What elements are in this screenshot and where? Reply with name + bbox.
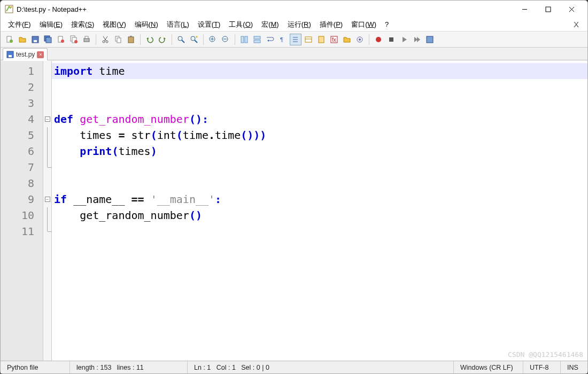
code-line[interactable]: get_random_number() [52,207,587,223]
tab-filename: test.py [16,51,35,58]
fold-cell[interactable] [43,143,51,159]
zoom-in-button[interactable] [207,34,219,45]
save-macro-button[interactable] [424,34,436,45]
svg-rect-24 [130,36,132,37]
code-line[interactable] [52,223,587,239]
fold-cell[interactable] [43,207,51,223]
code-area[interactable]: import timedef get_random_number(): time… [52,61,587,361]
copy-button[interactable] [112,34,124,45]
close-file-button[interactable] [55,34,67,45]
doc-map-button[interactable] [315,34,327,45]
code-line[interactable] [52,95,587,111]
show-all-chars-button[interactable]: ¶ [277,34,289,45]
code-line[interactable] [52,159,587,175]
menu-s[interactable]: 搜索(S) [67,19,98,30]
fold-cell[interactable] [43,63,51,79]
file-saved-icon [6,51,14,58]
svg-rect-9 [34,40,37,42]
application-window: D:\test.py - Notepad++ 文件(F)编辑(E)搜索(S)视图… [0,0,588,374]
menu-w[interactable]: 窗口(W) [347,19,381,30]
function-list-button[interactable]: fx [328,34,340,45]
tab-bar: test.py × [1,48,587,60]
code-line[interactable]: times = str(int(time.time())) [52,127,587,143]
fold-cell[interactable] [43,127,51,143]
menu-f[interactable]: 文件(F) [4,19,35,30]
stop-macro-button[interactable] [385,34,397,45]
open-file-button[interactable] [17,34,28,45]
close-all-button[interactable] [68,34,80,45]
code-line[interactable]: print(times) [52,143,587,159]
print-button[interactable] [81,34,92,45]
menubar-close-button[interactable]: X [568,20,584,29]
line-number: 2 [1,79,43,95]
code-line[interactable]: if __name__ == '__main__': [52,191,587,207]
svg-rect-3 [546,7,551,12]
menu-l[interactable]: 语言(L) [163,19,194,30]
line-number: 1 [1,63,43,79]
record-macro-button[interactable] [373,34,384,45]
fold-cell[interactable] [43,175,51,191]
line-number-gutter: 1234567891011 [1,61,43,361]
status-doc-stats: length : 153 lines : 11 [70,361,188,373]
zoom-out-button[interactable] [220,34,231,45]
svg-line-28 [195,40,197,43]
new-file-button[interactable] [4,34,16,45]
menu-m[interactable]: 宏(M) [257,19,283,30]
close-button[interactable] [560,2,583,17]
save-all-button[interactable] [42,34,54,45]
fold-cell[interactable] [43,95,51,111]
find-button[interactable] [175,34,187,45]
save-button[interactable] [29,34,41,45]
menu-n[interactable]: 编码(N) [130,19,163,30]
tab-close-button[interactable]: × [37,51,44,58]
sync-hscroll-button[interactable] [251,34,263,45]
code-line[interactable] [52,79,587,95]
svg-rect-36 [254,36,260,39]
fold-margin[interactable]: −− [43,61,52,361]
code-editor[interactable]: 1234567891011 −− import timedef get_rand… [1,60,587,361]
status-eol[interactable]: Windows (CR LF) [454,361,523,373]
title-bar: D:\test.py - Notepad++ [1,1,587,18]
minimize-button[interactable] [513,2,536,17]
line-number: 7 [1,159,43,175]
menu-r[interactable]: 运行(R) [283,19,315,30]
play-multi-button[interactable] [411,34,423,45]
fold-cell[interactable] [43,223,51,239]
wordwrap-button[interactable] [264,34,276,45]
play-macro-button[interactable] [398,34,410,45]
menu-t[interactable]: 设置(T) [194,19,225,30]
fold-cell[interactable]: − [43,191,51,207]
lang-button[interactable] [303,34,314,45]
status-insert-mode[interactable]: INS [561,361,587,373]
folder-button[interactable] [341,34,353,45]
sync-vscroll-button[interactable] [238,34,250,45]
window-title: D:\test.py - Notepad++ [17,5,513,13]
maximize-button[interactable] [536,2,560,17]
svg-point-48 [359,38,361,41]
code-line[interactable] [52,175,587,191]
file-tab[interactable]: test.py × [3,48,48,60]
undo-button[interactable] [144,34,156,45]
fold-cell[interactable]: − [43,111,51,127]
status-encoding[interactable]: UTF-8 [523,361,561,373]
code-line[interactable]: import time [52,63,587,79]
fold-cell[interactable] [43,159,51,175]
replace-button[interactable] [188,34,200,45]
menu-e[interactable]: 编辑(E) [35,19,67,30]
svg-point-7 [10,40,13,43]
menu-v[interactable]: 视图(V) [98,19,130,30]
code-line[interactable]: def get_random_number(): [52,111,587,127]
menu-p[interactable]: 插件(P) [315,19,347,30]
fold-cell[interactable] [43,79,51,95]
cut-button[interactable] [99,34,111,45]
redo-button[interactable] [157,34,168,45]
indent-guide-button[interactable] [290,34,301,45]
menu-o[interactable]: 工具(O) [225,19,257,30]
status-language: Python file [1,361,70,373]
line-number: 9 [1,191,43,207]
monitor-button[interactable] [354,34,366,45]
paste-button[interactable] [125,34,137,45]
menu-help[interactable]: ? [381,19,393,29]
line-number: 10 [1,207,43,223]
svg-rect-44 [319,36,324,43]
